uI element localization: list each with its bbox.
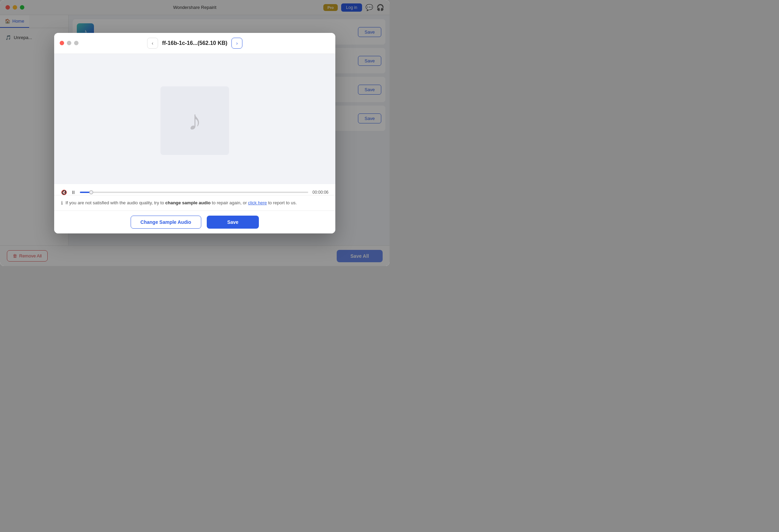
info-text: If you are not satisfied with the audio … [65, 200, 297, 205]
modal-prev-button[interactable]: ‹ [147, 38, 158, 49]
modal-close-button[interactable] [60, 41, 64, 45]
volume-icon: 🔇 [61, 190, 67, 195]
modal-titlebar: ‹ ff-16b-1c-16...(562.10 KB) › [54, 33, 335, 54]
modal-filename: ff-16b-1c-16...(562.10 KB) [162, 40, 227, 46]
progress-fill [80, 192, 91, 193]
music-note-icon: ♪ [188, 105, 202, 136]
audio-controls: 🔇 ⏸ 00:00:06 [54, 184, 335, 195]
time-display: 00:00:06 [312, 190, 328, 195]
app-window: Wondershare Repairit Pro Log in 💬 🎧 🏠 Ho… [0, 0, 389, 266]
audio-preview-modal: ‹ ff-16b-1c-16...(562.10 KB) › ♪ 🔇 ⏸ [54, 33, 335, 233]
modal-info: ℹ If you are not satisfied with the audi… [54, 195, 335, 210]
modal-maximize-button[interactable] [74, 41, 79, 45]
modal-footer: Change Sample Audio Save [54, 210, 335, 233]
audio-placeholder: ♪ [160, 86, 229, 155]
modal-next-button[interactable]: › [231, 38, 242, 49]
click-here-link[interactable]: click here [248, 200, 267, 205]
modal-save-button[interactable]: Save [207, 216, 259, 229]
modal-traffic-lights [60, 41, 79, 45]
modal-minimize-button[interactable] [67, 41, 71, 45]
progress-thumb [89, 190, 93, 194]
modal-navigation: ‹ ff-16b-1c-16...(562.10 KB) › [147, 38, 242, 49]
modal-body: ♪ [54, 54, 335, 184]
info-icon: ℹ [61, 200, 63, 206]
pause-button[interactable]: ⏸ [71, 190, 76, 195]
progress-bar[interactable] [80, 192, 308, 193]
change-sample-audio-button[interactable]: Change Sample Audio [131, 216, 201, 229]
modal-overlay: ‹ ff-16b-1c-16...(562.10 KB) › ♪ 🔇 ⏸ [0, 0, 389, 266]
